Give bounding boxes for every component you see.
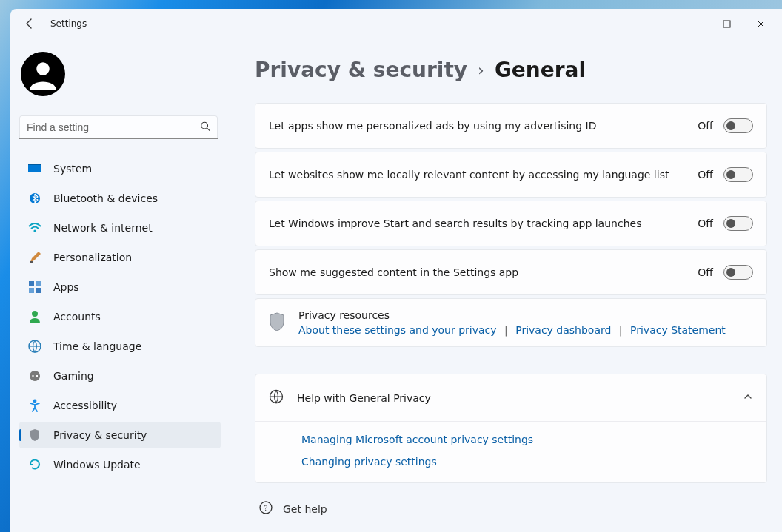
content-area: System Bluetooth & devices Network & int… (10, 38, 782, 532)
sidebar-item-label: Network & internet (53, 222, 153, 234)
svg-point-17 (30, 371, 40, 381)
svg-point-18 (33, 400, 37, 403)
titlebar: Settings (10, 9, 782, 38)
minimize-icon (689, 20, 697, 28)
toggle-label: Let Windows improve Start and search res… (269, 218, 687, 229)
page-title: General (495, 58, 586, 82)
toggle-switch[interactable] (723, 265, 753, 280)
link-privacy-dashboard[interactable]: Privacy dashboard (515, 324, 611, 336)
search-icon (200, 121, 210, 134)
update-icon (28, 458, 41, 471)
help-title: Help with General Privacy (297, 392, 729, 404)
svg-rect-13 (36, 288, 41, 293)
avatar[interactable] (21, 52, 65, 96)
svg-point-2 (36, 62, 50, 75)
close-icon (757, 20, 765, 28)
sidebar-item-network[interactable]: Network & internet (19, 215, 221, 241)
sidebar-item-accessibility[interactable]: Accessibility (19, 392, 221, 419)
shield-icon (28, 428, 41, 442)
sidebar-item-personalization[interactable]: Personalization (19, 244, 221, 271)
help-body: Managing Microsoft account privacy setti… (255, 422, 766, 482)
user-icon (27, 58, 59, 90)
close-button[interactable] (743, 12, 778, 36)
sidebar-item-windows-update[interactable]: Windows Update (19, 451, 221, 478)
breadcrumb-parent[interactable]: Privacy & security (255, 58, 467, 82)
sidebar-item-label: Windows Update (53, 459, 141, 471)
link-privacy-statement[interactable]: Privacy Statement (630, 324, 726, 336)
sidebar-item-label: Apps (53, 281, 79, 293)
svg-rect-10 (29, 281, 34, 286)
arrow-left-icon (24, 18, 36, 30)
system-icon (28, 162, 41, 175)
help-link-changing-privacy[interactable]: Changing privacy settings (301, 456, 753, 468)
maximize-button[interactable] (709, 12, 743, 36)
sidebar-item-time-language[interactable]: Time & language (19, 333, 221, 360)
toggle-label: Let apps show me personalized ads by usi… (269, 120, 687, 132)
toggle-switch[interactable] (723, 118, 753, 133)
svg-point-14 (32, 311, 38, 317)
globe-icon (269, 389, 284, 406)
toggle-row-suggested-content: Show me suggested content in the Setting… (255, 249, 767, 295)
sidebar-item-label: System (53, 163, 92, 175)
chevron-right-icon: › (478, 61, 484, 79)
sidebar: System Bluetooth & devices Network & int… (10, 38, 240, 532)
settings-window: Settings (10, 9, 782, 532)
minimize-button[interactable] (675, 12, 709, 36)
main-content: Privacy & security › General Let apps sh… (240, 38, 782, 532)
toggle-switch[interactable] (723, 167, 753, 182)
sidebar-item-label: Privacy & security (53, 429, 147, 441)
toggle-switch[interactable] (723, 216, 753, 231)
toggle-state: Off (698, 266, 713, 278)
nav: System Bluetooth & devices Network & int… (19, 155, 221, 480)
toggle-state: Off (698, 169, 713, 181)
toggle-label: Show me suggested content in the Setting… (269, 266, 687, 278)
svg-rect-12 (29, 288, 34, 293)
search-input[interactable] (19, 115, 218, 139)
toggle-row-language-list: Let websites show me locally relevant co… (255, 152, 767, 198)
toggle-state: Off (698, 218, 713, 229)
svg-line-4 (207, 128, 210, 131)
help-panel: Help with General Privacy Managing Micro… (255, 374, 767, 483)
sidebar-item-label: Time & language (53, 340, 141, 352)
app-title: Settings (50, 18, 87, 29)
svg-text:?: ? (264, 503, 268, 512)
help-link-account-privacy[interactable]: Managing Microsoft account privacy setti… (301, 434, 753, 445)
search-wrap (19, 115, 218, 139)
toggle-row-app-launch-tracking: Let Windows improve Start and search res… (255, 201, 767, 246)
toggle-row-advertising-id: Let apps show me personalized ads by usi… (255, 103, 767, 149)
sidebar-item-apps[interactable]: Apps (19, 274, 221, 300)
bluetooth-icon (28, 192, 41, 205)
resources-links: About these settings and your privacy | … (298, 324, 726, 336)
help-header[interactable]: Help with General Privacy (255, 374, 766, 422)
back-button[interactable] (22, 16, 37, 31)
svg-rect-11 (36, 281, 41, 286)
sidebar-item-system[interactable]: System (19, 155, 221, 182)
wifi-icon (28, 221, 41, 235)
gamepad-icon (28, 369, 41, 383)
breadcrumb: Privacy & security › General (255, 58, 767, 82)
paintbrush-icon (28, 251, 41, 264)
sidebar-item-bluetooth[interactable]: Bluetooth & devices (19, 185, 221, 212)
sidebar-item-label: Bluetooth & devices (53, 192, 158, 204)
window-controls (675, 12, 778, 36)
svg-point-8 (33, 229, 36, 232)
privacy-resources-panel: Privacy resources About these settings a… (255, 298, 767, 347)
shield-icon (269, 312, 285, 334)
resources-title: Privacy resources (298, 309, 726, 321)
maximize-icon (723, 20, 731, 28)
toggle-state: Off (698, 120, 713, 132)
sidebar-item-privacy-security[interactable]: Privacy & security (19, 422, 221, 448)
link-about-privacy[interactable]: About these settings and your privacy (298, 324, 497, 336)
sidebar-item-label: Accounts (53, 311, 101, 323)
person-icon (28, 310, 41, 323)
get-help-label: Get help (283, 503, 327, 515)
sidebar-item-gaming[interactable]: Gaming (19, 363, 221, 389)
svg-rect-9 (30, 261, 33, 263)
get-help-link[interactable]: ? Get help (255, 501, 767, 516)
accessibility-icon (28, 399, 41, 412)
sidebar-item-accounts[interactable]: Accounts (19, 303, 221, 330)
toggle-label: Let websites show me locally relevant co… (269, 169, 687, 181)
svg-rect-6 (28, 164, 41, 165)
resources-content: Privacy resources About these settings a… (298, 309, 726, 336)
svg-rect-1 (723, 21, 730, 27)
